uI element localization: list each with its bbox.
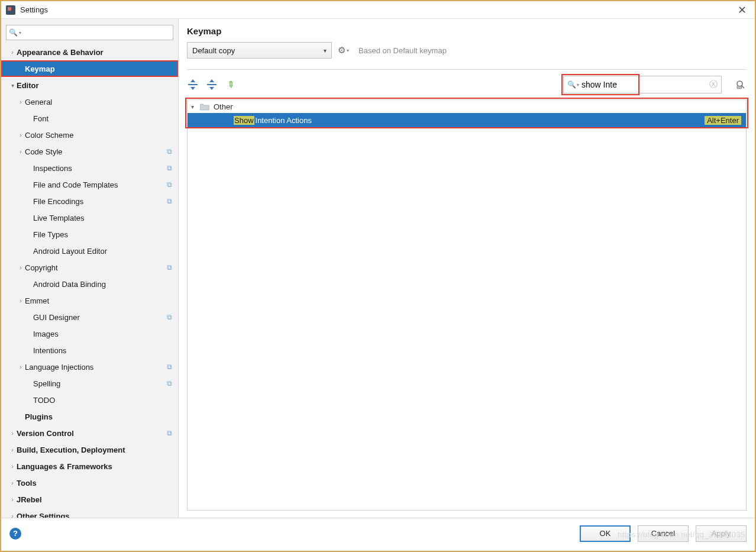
action-search[interactable]: 🔍 ▾ ⓧ — [563, 76, 722, 93]
sidebar-item-editor[interactable]: ▾Editor — [1, 77, 178, 93]
cancel-button[interactable]: Cancel — [638, 525, 689, 542]
sidebar-item-android-data-binding[interactable]: ›Android Data Binding — [1, 276, 178, 292]
sidebar-item-todo[interactable]: ›TODO — [1, 392, 178, 408]
expand-all-button[interactable] — [187, 79, 199, 91]
sidebar-item-label: Spelling — [33, 379, 165, 388]
edit-action-button[interactable]: ✎ — [225, 79, 237, 91]
action-show-intention-actions[interactable]: Show Intention Actions Alt+Enter — [188, 113, 746, 127]
scheme-scope-icon: ⧉ — [165, 197, 173, 205]
sidebar-item-label: Tools — [17, 479, 173, 488]
sidebar-item-build-execution-deployment[interactable]: ›Build, Execution, Deployment — [1, 441, 178, 458]
sidebar-item-plugins[interactable]: ›Plugins — [1, 408, 178, 425]
chevron-down-icon: ▾ — [8, 82, 17, 89]
sidebar-item-emmet[interactable]: ›Emmet — [1, 292, 178, 309]
svg-line-1 — [742, 86, 745, 89]
find-by-shortcut-button[interactable] — [735, 79, 747, 91]
chevron-right-icon: › — [8, 463, 17, 470]
action-match-text: Show — [234, 116, 254, 125]
sidebar-item-label: Build, Execution, Deployment — [17, 446, 173, 454]
sidebar-item-appearance-behavior[interactable]: ›Appearance & Behavior — [1, 44, 178, 60]
sidebar-item-label: Emmet — [25, 296, 173, 305]
folder-icon — [199, 102, 210, 111]
page-title: Keymap — [187, 26, 747, 36]
sidebar-item-label: Editor — [17, 81, 173, 90]
ok-button[interactable]: OK — [580, 525, 631, 542]
main-area: 🔍 ▾ ›Appearance & Behavior›Keymap▾Editor… — [1, 19, 755, 518]
chevron-right-icon: › — [17, 99, 25, 105]
sidebar-item-file-types[interactable]: ›File Types — [1, 226, 178, 243]
find-shortcut-icon — [735, 79, 746, 90]
action-shortcut: Alt+Enter — [705, 116, 741, 125]
scheme-scope-icon: ⧉ — [165, 147, 173, 156]
sidebar-item-label: Color Scheme — [25, 131, 173, 140]
pencil-icon: ✎ — [224, 78, 237, 91]
sidebar-item-label: Android Data Binding — [33, 280, 173, 289]
sidebar-item-gui-designer[interactable]: ›GUI Designer⧉ — [1, 309, 178, 325]
sidebar-item-other-settings[interactable]: ›Other Settings — [1, 508, 178, 518]
apply-button[interactable]: Apply — [696, 525, 747, 542]
titlebar: Settings ✕ — [1, 1, 755, 19]
sidebar-tree: ›Appearance & Behavior›Keymap▾Editor›Gen… — [1, 44, 178, 518]
chevron-down-icon[interactable]: ▾ — [19, 30, 21, 35]
based-on-label: Based on Default keymap — [358, 46, 447, 55]
keymap-scheme-value: Default copy — [192, 46, 235, 55]
scheme-scope-icon: ⧉ — [165, 180, 173, 189]
actions-tree[interactable]: ▾ Other Show Intention Actions Alt+Enter — [187, 99, 747, 511]
sidebar-item-file-and-code-templates[interactable]: ›File and Code Templates⧉ — [1, 176, 178, 193]
sidebar-item-keymap[interactable]: ›Keymap — [1, 60, 178, 77]
sidebar-item-android-layout-editor[interactable]: ›Android Layout Editor — [1, 243, 178, 259]
sidebar-item-general[interactable]: ›General — [1, 93, 178, 110]
sidebar-item-code-style[interactable]: ›Code Style⧉ — [1, 143, 178, 160]
content: Keymap Default copy ▾ ⚙ ▾ Based on Defau… — [179, 19, 755, 518]
scheme-scope-icon: ⧉ — [165, 263, 173, 272]
chevron-right-icon: › — [17, 149, 25, 155]
chevron-down-icon[interactable]: ▾ — [577, 82, 579, 88]
chevron-down-icon: ▾ — [191, 104, 199, 110]
window-title: Settings — [20, 5, 734, 14]
sidebar-item-color-scheme[interactable]: ›Color Scheme — [1, 127, 178, 143]
tree-group-other[interactable]: ▾ Other — [188, 100, 746, 113]
sidebar-search-input[interactable] — [24, 28, 170, 37]
collapse-all-icon — [207, 80, 217, 89]
expand-all-icon — [188, 80, 198, 89]
collapse-all-button[interactable] — [206, 79, 218, 91]
sidebar-item-copyright[interactable]: ›Copyright⧉ — [1, 259, 178, 276]
chevron-down-icon: ▾ — [324, 47, 327, 54]
sidebar-item-label: Keymap — [25, 64, 173, 73]
sidebar-item-font[interactable]: ›Font — [1, 110, 178, 127]
sidebar-item-label: Android Layout Editor — [33, 247, 173, 256]
keymap-scheme-combo[interactable]: Default copy ▾ — [187, 42, 332, 59]
sidebar-item-language-injections[interactable]: ›Language Injections⧉ — [1, 359, 178, 375]
sidebar-item-inspections[interactable]: ›Inspections⧉ — [1, 160, 178, 176]
chevron-right-icon: › — [17, 364, 25, 370]
action-search-input[interactable] — [581, 80, 709, 89]
keymap-scheme-actions[interactable]: ⚙ ▾ — [338, 45, 349, 56]
action-rest-text: Intention Actions — [256, 116, 312, 125]
sidebar-item-tools[interactable]: ›Tools — [1, 474, 178, 491]
sidebar-item-jrebel[interactable]: ›JRebel — [1, 491, 178, 508]
close-icon[interactable]: ✕ — [734, 4, 750, 17]
chevron-right-icon: › — [17, 298, 25, 304]
sidebar-item-label: Plugins — [25, 412, 173, 421]
help-button[interactable]: ? — [9, 528, 21, 540]
search-icon: 🔍 — [567, 80, 576, 89]
divider — [187, 69, 747, 70]
sidebar-item-languages-frameworks[interactable]: ›Languages & Frameworks — [1, 458, 178, 474]
sidebar-item-images[interactable]: ›Images — [1, 325, 178, 342]
sidebar-item-version-control[interactable]: ›Version Control⧉ — [1, 425, 178, 441]
sidebar-item-file-encodings[interactable]: ›File Encodings⧉ — [1, 193, 178, 209]
dialog-footer: ? OK Cancel Apply — [1, 518, 755, 548]
sidebar-item-intentions[interactable]: ›Intentions — [1, 342, 178, 359]
scheme-scope-icon: ⧉ — [165, 363, 173, 371]
chevron-right-icon: › — [17, 132, 25, 138]
sidebar-item-label: Font — [33, 114, 173, 123]
sidebar-item-live-templates[interactable]: ›Live Templates — [1, 209, 178, 226]
sidebar-item-label: General — [25, 98, 173, 106]
sidebar-item-spelling[interactable]: ›Spelling⧉ — [1, 375, 178, 392]
sidebar-item-label: Images — [33, 330, 173, 338]
svg-rect-2 — [737, 86, 742, 89]
scheme-scope-icon: ⧉ — [165, 429, 173, 437]
sidebar-item-label: File and Code Templates — [33, 180, 165, 189]
clear-icon[interactable]: ⓧ — [709, 79, 718, 90]
sidebar-search[interactable]: 🔍 ▾ — [6, 25, 173, 40]
